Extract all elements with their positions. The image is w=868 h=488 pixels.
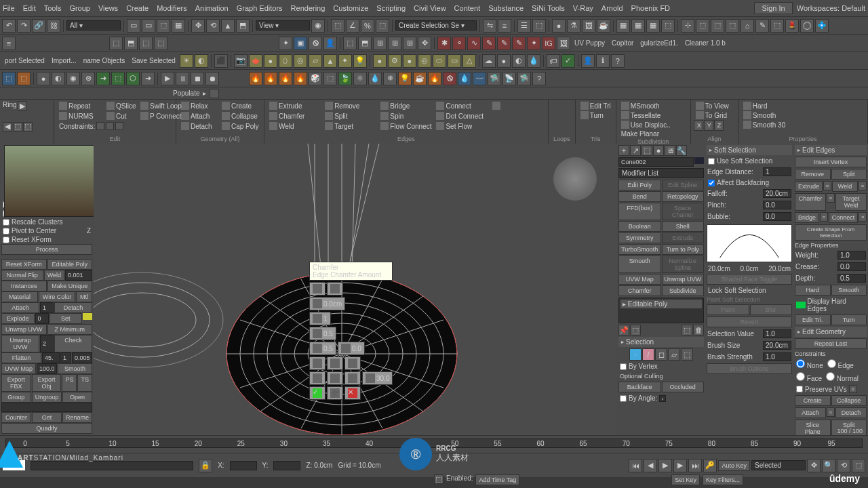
depth-value[interactable]: 0.5 [837,274,866,283]
ig-red-icon[interactable]: IG [542,37,555,50]
key-icon[interactable]: 🔑 [703,459,717,472]
align-x-button[interactable]: X [694,120,703,131]
uvpuppy-label[interactable]: UV Puppy [572,39,608,47]
detach-geom-button[interactable]: Detach [179,121,214,131]
paint-button[interactable]: Paint [707,304,749,315]
weight-value[interactable]: 1.0 [837,251,866,260]
grid1-icon[interactable]: ▦ [616,19,630,33]
ungroup-button[interactable]: Ungroup [32,392,62,403]
element-subobj-icon[interactable]: ⬚ [681,348,693,361]
rect-light-icon[interactable]: ◐ [195,54,208,68]
snow-icon[interactable]: ❄ [383,72,397,85]
menu-file[interactable]: File [3,4,15,12]
cmd-panel-create-icon[interactable]: + [618,145,629,156]
ring-icon[interactable]: ◎ [418,54,431,68]
select-name-icon[interactable]: ▭ [142,19,155,33]
sphere5-icon[interactable]: ● [37,72,50,85]
detach-geom2-button[interactable]: Detach [835,407,867,418]
tool-b4-icon[interactable]: 👤 [323,37,337,50]
constraint-edge[interactable]: Edge [827,359,854,369]
flatten005-input[interactable] [72,352,92,363]
modifier-stack[interactable]: ▸ Editable Poly [618,298,704,323]
torus-icon[interactable]: ◎ [294,54,307,68]
refcoord-dropdown[interactable]: View ▾ [256,20,310,30]
port-selected-button[interactable]: port Selected [2,57,47,64]
chamfer-edge2-button[interactable]: Chamfer [795,193,826,211]
createshape-button[interactable]: Create Shape From Selection [795,224,867,241]
prism-icon[interactable]: △ [462,54,476,68]
retopology-mod-button[interactable]: Retopology [662,191,705,202]
ring-label[interactable]: Ring [3,101,17,122]
teapot-icon[interactable]: 🫖 [249,54,262,68]
exportfbx-button[interactable]: Export FBX [1,374,31,392]
crease-value[interactable]: 0.0 [837,262,866,271]
remove-edge2-button[interactable]: Remove [795,169,831,180]
chamfer-apply-icon[interactable]: ➕ [330,388,340,398]
hard-edge-button[interactable]: Hard [795,285,831,296]
connect-edge2-button[interactable]: Connect [829,212,859,223]
sphere-light-icon[interactable]: ☀ [180,54,193,68]
move-icon[interactable]: ✥ [191,19,205,33]
material-editor-icon[interactable]: ● [552,19,566,33]
cylinder-icon[interactable]: ⬯ [279,54,292,68]
menu-phoenix-fd[interactable]: Phoenix FD [631,4,670,12]
render-frame-icon[interactable]: 🖼 [582,19,595,33]
tool-a3-icon[interactable]: ⬚ [139,37,153,50]
menu-group[interactable]: Group [69,4,90,12]
no-icon[interactable]: 🛇 [443,72,456,85]
mtl-button[interactable]: Mtl [76,291,92,302]
goto-start-icon[interactable]: ⏮ [629,459,642,472]
check-button[interactable]: Check [54,335,92,352]
target-edge-button[interactable]: Target [323,121,378,131]
dice-icon[interactable]: 🎲 [309,72,322,85]
color-swatch-yellow[interactable] [83,313,92,320]
boolean-mod-button[interactable]: Boolean [618,221,661,232]
setkey-button[interactable]: Set Key [671,474,700,485]
explode-val-input[interactable] [35,313,49,324]
attach-val-input[interactable] [40,302,54,313]
mirror-icon[interactable]: ⇋ [483,19,496,33]
align-icon[interactable]: ≡ [498,19,511,33]
sphere8-icon[interactable]: ⊗ [81,72,95,85]
occluded-button[interactable]: Occluded [662,382,705,392]
chamfer-opt3-icon[interactable] [348,359,357,368]
qslice-button[interactable]: QSlice [104,101,138,110]
chamfer-tension-input[interactable]: 0.5 [309,342,336,355]
tool2-icon[interactable]: ⬚ [696,19,709,33]
brushoptions-button[interactable]: Brush Options [707,363,792,374]
menu-rendering[interactable]: Rendering [291,4,326,12]
constraint-face[interactable]: Face [796,372,822,382]
blur-button[interactable]: Blur [750,304,793,315]
sphere4-icon[interactable]: ◐ [512,54,526,68]
menu-animation[interactable]: Animation [195,4,229,12]
cmd-panel-modify-icon[interactable]: ↗ [630,145,641,156]
menu-customize[interactable]: Customize [333,4,368,12]
chamfer-opt1-icon[interactable] [313,359,322,368]
redo-icon[interactable]: ↷ [17,19,31,33]
edit-tri2-button[interactable]: Edit Tri. [795,314,831,325]
brushstr-value[interactable]: 1.0 [763,352,791,361]
keyfilters-button[interactable]: Key Filters... [703,474,743,485]
nurms-button[interactable]: NURMS [57,111,96,121]
split-edge2-button[interactable]: Split [831,169,867,180]
menu-tools[interactable]: Tools [44,4,62,12]
smooth30-button[interactable]: Smooth 30 [741,120,865,129]
flatten1-input[interactable] [60,352,71,363]
fire2-icon[interactable]: 🔥 [264,72,277,85]
editgeom-rollout-header[interactable]: Edit Geometry [795,327,867,337]
make-unique-button[interactable]: Make Unique [47,281,93,291]
border-subobj-icon[interactable]: ◻ [655,348,667,361]
stack-show-icon[interactable]: ⬚ [630,325,641,336]
smooth-left-button[interactable]: Smooth [58,363,92,374]
byangle-check[interactable] [620,395,627,402]
grid3-icon[interactable]: ▦ [646,19,660,33]
group-icon[interactable]: ⊞ [373,37,387,50]
menu-content[interactable]: Content [454,4,481,12]
scale-icon[interactable]: ▲ [221,19,235,33]
constraint-none[interactable]: None [796,359,823,369]
tool-b3-icon[interactable]: 🛇 [309,37,322,50]
fire4-icon[interactable]: 🔥 [294,72,307,85]
connect-edge-button[interactable]: Connect [434,101,489,110]
pivot-center-check[interactable] [3,228,9,235]
select-icon[interactable]: ▭ [127,19,140,33]
